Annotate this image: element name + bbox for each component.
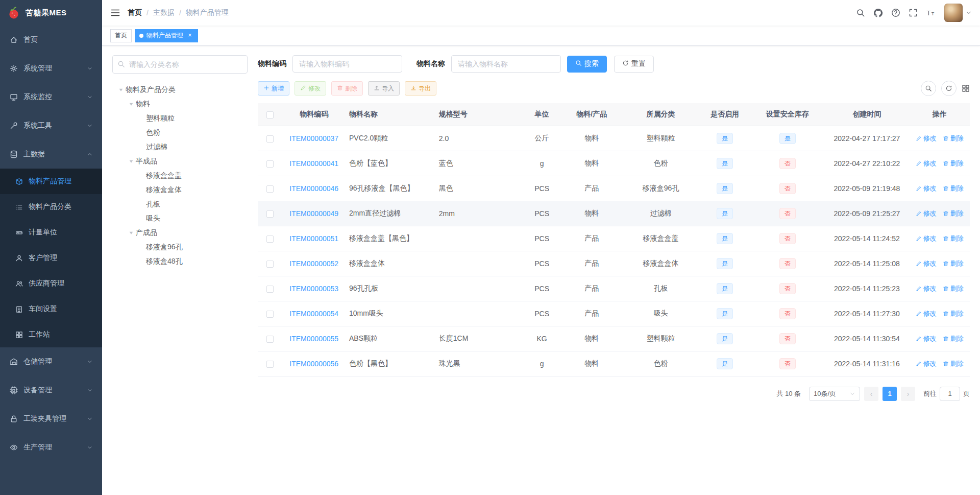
goto-page-input[interactable] [940,387,960,401]
help-icon[interactable] [891,8,900,17]
material-name-input[interactable] [451,55,561,73]
toggle-search-button[interactable] [921,81,936,96]
edit-link[interactable]: 修改 [916,209,937,218]
tree-node[interactable]: 色粉 [112,126,248,140]
tree-node[interactable]: 物料 [112,97,248,111]
row-checkbox[interactable] [266,336,274,343]
row-checkbox[interactable] [266,311,274,318]
delete-link[interactable]: 删除 [943,209,964,218]
tree-node[interactable]: 过滤棉 [112,140,248,154]
tree-node[interactable]: 移液盒盒盖 [112,169,248,183]
material-code-input[interactable] [292,55,402,73]
edit-button[interactable]: 修改 [295,81,326,96]
edit-link[interactable]: 修改 [916,334,937,343]
tree-node[interactable]: 塑料颗粒 [112,111,248,126]
edit-link[interactable]: 修改 [916,309,937,318]
sidebar-item-master-data[interactable]: 主数据 [0,140,102,169]
sidebar-item-system-tools[interactable]: 系统工具 [0,111,102,140]
row-checkbox[interactable] [266,286,274,293]
delete-link[interactable]: 删除 [943,284,964,293]
export-button[interactable]: 导出 [405,81,436,96]
material-code-link[interactable]: ITEM00000052 [289,260,338,268]
table-row[interactable]: ITEM0000005396孔孔板PCS产品孔板是否2022-05-14 11:… [258,276,970,301]
sidebar-item-home[interactable]: 首页 [0,26,102,54]
delete-button[interactable]: 删除 [331,81,363,96]
refresh-button[interactable] [941,81,957,96]
tree-node[interactable]: 吸头 [112,211,248,226]
search-button[interactable]: 搜索 [567,56,607,73]
delete-link[interactable]: 删除 [943,234,964,243]
material-code-link[interactable]: ITEM00000051 [289,234,338,243]
sidebar-item-workshop-settings[interactable]: 车间设置 [0,296,102,322]
fullscreen-icon[interactable] [909,8,918,17]
tree-node[interactable]: 物料及产品分类 [112,83,248,97]
row-checkbox[interactable] [266,361,274,368]
material-code-link[interactable]: ITEM00000046 [289,184,338,193]
hamburger-icon[interactable] [110,8,120,18]
edit-link[interactable]: 修改 [916,259,937,268]
table-row[interactable]: ITEM0000004696孔移液盒【黑色】黑色PCS产品移液盒96孔是否202… [258,176,970,201]
add-button[interactable]: 新增 [258,81,289,96]
material-code-link[interactable]: ITEM00000055 [289,335,338,343]
table-row[interactable]: ITEM00000037PVC2.0颗粒2.0公斤物料塑料颗粒是是2022-04… [258,126,970,151]
tree-node[interactable]: 移液盒盒体 [112,183,248,197]
row-checkbox[interactable] [266,185,274,193]
sidebar-item-system-monitor[interactable]: 系统监控 [0,83,102,111]
delete-link[interactable]: 删除 [943,184,964,193]
tree-node[interactable]: 孔板 [112,197,248,211]
breadcrumb-item-master-data[interactable]: 主数据 [153,8,175,17]
edit-link[interactable]: 修改 [916,134,937,143]
tree-node[interactable]: 半成品 [112,154,248,169]
close-icon[interactable]: × [186,32,193,39]
tree-node[interactable]: 移液盒48孔 [112,254,248,269]
material-code-link[interactable]: ITEM00000037 [289,134,338,143]
user-menu[interactable] [944,4,972,22]
import-button[interactable]: 导入 [368,81,400,96]
delete-link[interactable]: 删除 [943,259,964,268]
github-icon[interactable] [873,8,883,18]
reset-button[interactable]: 重置 [614,56,654,73]
material-code-link[interactable]: ITEM00000054 [289,310,338,318]
table-row[interactable]: ITEM00000052移液盒盒体PCS产品移液盒盒体是否2022-05-14 … [258,251,970,276]
edit-link[interactable]: 修改 [916,159,937,168]
tree-node[interactable]: 产成品 [112,226,248,240]
table-row[interactable]: ITEM00000051移液盒盒盖【黑色】PCS产品移液盒盒盖是否2022-05… [258,226,970,251]
delete-link[interactable]: 删除 [943,159,964,168]
sidebar-item-equipment-management[interactable]: 设备管理 [0,376,102,405]
font-size-icon[interactable]: TT [926,8,935,17]
table-row[interactable]: ITEM00000056色粉【黑色】珠光黑g物料色粉是否2022-05-14 1… [258,351,970,376]
table-row[interactable]: ITEM00000055ABS颗粒长度1CMKG物料塑料颗粒是否2022-05-… [258,326,970,351]
user-avatar[interactable] [944,4,963,22]
sidebar-item-system-management[interactable]: 系统管理 [0,54,102,83]
select-all-checkbox[interactable] [266,111,274,119]
material-code-link[interactable]: ITEM00000049 [289,209,338,218]
tree-node[interactable]: 移液盒96孔 [112,240,248,254]
material-code-link[interactable]: ITEM00000053 [289,285,338,293]
delete-link[interactable]: 删除 [943,359,964,368]
table-row[interactable]: ITEM0000005410mm吸头PCS产品吸头是否2022-05-14 11… [258,301,970,326]
edit-link[interactable]: 修改 [916,284,937,293]
next-page-button[interactable]: › [901,387,915,401]
column-settings-button[interactable] [962,84,970,92]
sidebar-item-production-management[interactable]: 生产管理 [0,433,102,462]
sidebar-item-customer-management[interactable]: 客户管理 [0,245,102,271]
search-icon[interactable] [856,8,865,17]
edit-link[interactable]: 修改 [916,184,937,193]
row-checkbox[interactable] [266,261,274,268]
page-number-button[interactable]: 1 [883,387,897,401]
edit-link[interactable]: 修改 [916,359,937,368]
sidebar-item-warehouse-management[interactable]: 仓储管理 [0,347,102,376]
sidebar-item-material-product-management[interactable]: 物料产品管理 [0,169,102,194]
tab-material-product-management[interactable]: 物料产品管理 × [135,29,198,42]
row-checkbox[interactable] [266,235,274,243]
category-search-input[interactable] [112,55,248,74]
delete-link[interactable]: 删除 [943,334,964,343]
sidebar-item-workstation[interactable]: 工作站 [0,322,102,347]
delete-link[interactable]: 删除 [943,134,964,143]
prev-page-button[interactable]: ‹ [864,387,878,401]
page-size-select[interactable]: 10条/页 [809,387,860,401]
app-logo[interactable]: 苦糖果MES [0,0,102,26]
sidebar-item-material-product-category[interactable]: 物料产品分类 [0,194,102,220]
table-row[interactable]: ITEM00000041色粉【蓝色】蓝色g物料色粉是否2022-04-27 22… [258,151,970,176]
material-code-link[interactable]: ITEM00000056 [289,360,338,368]
